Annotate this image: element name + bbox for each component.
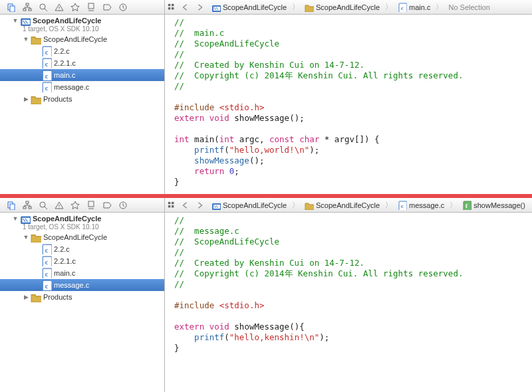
project-name-label: ScopeAndLifeCycle	[33, 17, 101, 25]
file-name-label: 2.2.c	[54, 47, 70, 55]
report-navigator-icon[interactable]	[118, 201, 128, 210]
group-name-label: Products	[43, 293, 72, 301]
file-name-label: 2.2.1.c	[54, 257, 76, 265]
nav-back-button[interactable]	[180, 201, 192, 209]
file-tree-item[interactable]: message.c	[0, 81, 164, 93]
related-items-icon[interactable]	[168, 3, 176, 11]
breadcrumb-item[interactable]: ScopeAndLifeCycle	[209, 0, 289, 14]
group-item[interactable]: ▼ ScopeAndLifeCycle	[0, 231, 164, 243]
breadcrumb-label: showMessage()	[473, 201, 525, 209]
file-name-label: 2.2.c	[54, 245, 70, 253]
toolbar-row: ScopeAndLifeCycle 〉 ScopeAndLifeCycle 〉 …	[0, 0, 532, 15]
disclosure-triangle-icon[interactable]: ▼	[23, 234, 29, 241]
related-items-icon[interactable]	[168, 201, 176, 209]
file-tree-item[interactable]: 2.2.c	[0, 243, 164, 255]
disclosure-triangle-icon[interactable]: ▶	[23, 294, 29, 300]
navigator-selector	[0, 198, 165, 212]
project-subtitle-label: 1 target, OS X SDK 10.10	[0, 223, 164, 231]
navigator-selector	[0, 0, 165, 14]
group-item[interactable]: ▶ Products	[0, 291, 164, 303]
editor-pane: ScopeAndLifeCycle 〉 ScopeAndLifeCycle 〉 …	[0, 0, 532, 194]
breadcrumb-item[interactable]: showMessage()	[460, 198, 528, 212]
group-item[interactable]: ▶ Products	[0, 93, 164, 105]
project-navigator-icon[interactable]	[7, 3, 16, 12]
file-name-label: message.c	[54, 83, 89, 91]
file-tree-item[interactable]: 2.2.1.c	[0, 57, 164, 69]
source-code[interactable]: // // main.c // ScopeAndLifeCycle // // …	[168, 17, 532, 187]
file-tree-item[interactable]: main.c	[0, 69, 164, 81]
find-navigator-icon[interactable]	[39, 3, 48, 12]
breadcrumb-label: message.c	[409, 201, 444, 209]
breadcrumb-item[interactable]: ScopeAndLifeCycle	[302, 198, 382, 212]
issue-navigator-icon[interactable]	[55, 3, 64, 12]
breadcrumb-separator-icon: 〉	[385, 2, 392, 12]
test-navigator-icon[interactable]	[70, 201, 80, 210]
group-name-label: ScopeAndLifeCycle	[43, 233, 107, 241]
issue-navigator-icon[interactable]	[55, 201, 64, 210]
source-editor[interactable]: // // message.c // ScopeAndLifeCycle // …	[165, 213, 532, 392]
breadcrumb-item[interactable]: ScopeAndLifeCycle	[209, 198, 289, 212]
file-tree-item[interactable]: message.c	[0, 279, 164, 291]
file-name-label: main.c	[54, 71, 75, 79]
breadcrumb-item[interactable]: ScopeAndLifeCycle	[302, 0, 382, 14]
jump-bar: ScopeAndLifeCycle 〉 ScopeAndLifeCycle 〉 …	[165, 198, 532, 212]
breadcrumb-separator-icon: 〉	[292, 200, 299, 210]
breadcrumb-item[interactable]: main.c	[395, 0, 433, 14]
debug-navigator-icon[interactable]	[86, 201, 96, 210]
disclosure-triangle-icon[interactable]: ▶	[23, 96, 29, 102]
file-tree-item[interactable]: 2.2.c	[0, 45, 164, 57]
breadcrumb-label: ScopeAndLifeCycle	[316, 3, 380, 11]
source-editor[interactable]: // // main.c // ScopeAndLifeCycle // // …	[165, 15, 532, 194]
group-name-label: ScopeAndLifeCycle	[43, 35, 107, 43]
nav-forward-button[interactable]	[194, 201, 206, 209]
content-split: ▼ ScopeAndLifeCycle 1 target, OS X SDK 1…	[0, 213, 532, 392]
file-name-label: main.c	[54, 269, 75, 277]
breadcrumb-separator-icon: 〉	[292, 2, 299, 12]
symbol-navigator-icon[interactable]	[23, 3, 32, 12]
disclosure-triangle-icon[interactable]: ▼	[23, 36, 29, 43]
file-name-label: 2.2.1.c	[54, 59, 76, 67]
test-navigator-icon[interactable]	[70, 3, 80, 12]
breadcrumb-label: ScopeAndLifeCycle	[223, 201, 287, 209]
source-code[interactable]: // // message.c // ScopeAndLifeCycle // …	[168, 215, 532, 353]
project-navigator[interactable]: ▼ ScopeAndLifeCycle 1 target, OS X SDK 1…	[0, 213, 165, 392]
toolbar-row: ScopeAndLifeCycle 〉 ScopeAndLifeCycle 〉 …	[0, 198, 532, 213]
report-navigator-icon[interactable]	[118, 3, 128, 12]
breadcrumb-item[interactable]: message.c	[395, 198, 447, 212]
group-name-label: Products	[43, 95, 72, 103]
disclosure-triangle-icon[interactable]: ▼	[12, 215, 19, 222]
editor-pane: ScopeAndLifeCycle 〉 ScopeAndLifeCycle 〉 …	[0, 198, 532, 392]
group-item[interactable]: ▼ ScopeAndLifeCycle	[0, 33, 164, 45]
disclosure-triangle-icon[interactable]: ▼	[12, 17, 19, 24]
breadcrumb-separator-icon: 〉	[450, 200, 457, 210]
debug-navigator-icon[interactable]	[86, 3, 96, 12]
breadcrumb-label: ScopeAndLifeCycle	[316, 201, 380, 209]
jumpbar-no-selection: No Selection	[446, 3, 489, 11]
breadcrumb-separator-icon: 〉	[385, 200, 392, 210]
project-navigator[interactable]: ▼ ScopeAndLifeCycle 1 target, OS X SDK 1…	[0, 15, 165, 194]
file-tree-item[interactable]: main.c	[0, 267, 164, 279]
breadcrumb-label: main.c	[409, 3, 430, 11]
symbol-navigator-icon[interactable]	[23, 201, 32, 210]
nav-back-button[interactable]	[180, 3, 192, 11]
file-tree-item[interactable]: 2.2.1.c	[0, 255, 164, 267]
breakpoint-navigator-icon[interactable]	[102, 3, 112, 12]
breadcrumb-separator-icon: 〉	[436, 2, 443, 12]
nav-forward-button[interactable]	[194, 3, 206, 11]
content-split: ▼ ScopeAndLifeCycle 1 target, OS X SDK 1…	[0, 15, 532, 194]
project-subtitle-label: 1 target, OS X SDK 10.10	[0, 25, 164, 33]
breakpoint-navigator-icon[interactable]	[102, 201, 112, 210]
jump-bar: ScopeAndLifeCycle 〉 ScopeAndLifeCycle 〉 …	[165, 0, 532, 14]
breadcrumb-label: ScopeAndLifeCycle	[223, 3, 287, 11]
find-navigator-icon[interactable]	[39, 201, 48, 210]
file-name-label: message.c	[54, 281, 89, 289]
project-name-label: ScopeAndLifeCycle	[33, 215, 101, 223]
project-navigator-icon[interactable]	[7, 201, 16, 210]
